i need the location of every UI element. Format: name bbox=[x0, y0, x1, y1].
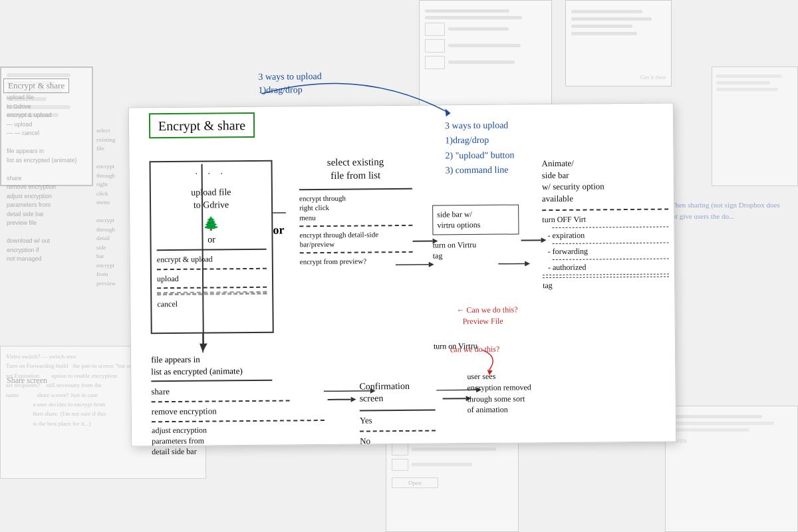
confirmation-section: Confirmationscreen Yes No bbox=[354, 375, 441, 455]
bg-card-topright: Get it then bbox=[565, 0, 672, 86]
upload-option: upload bbox=[157, 272, 267, 284]
right-click-option: encrypt throughright clickmenu bbox=[299, 193, 412, 222]
cancel-option: cancel bbox=[157, 298, 267, 310]
main-or-divider: or bbox=[273, 223, 284, 237]
expiration-option: - expiration bbox=[547, 229, 668, 241]
red-note-preview: ← Can we do this? Preview File bbox=[456, 304, 517, 327]
arrow-to-confirmation bbox=[328, 397, 356, 402]
yes-option: Yes bbox=[360, 414, 436, 427]
share-section: share remove encryption adjust encryptio… bbox=[151, 379, 325, 459]
sidebar-box: side bar w/virtru options bbox=[432, 204, 519, 235]
main-title-text: Encrypt & share bbox=[158, 118, 245, 133]
bg-encrypt-title-label: Encrypt & share bbox=[3, 78, 69, 93]
authorized-option: - authorized bbox=[548, 261, 669, 273]
tag-option: tag bbox=[543, 279, 669, 291]
main-card: Encrypt & share 3 ways to upload 1)drag/… bbox=[128, 102, 676, 446]
no-option: No bbox=[360, 434, 436, 447]
bg-left-mid-text: selectexistingfileencryptthroughrightcli… bbox=[96, 126, 133, 288]
animate-title: Animate/side barw/ security optionavaila… bbox=[541, 157, 668, 205]
down-arrow bbox=[200, 344, 207, 350]
turn-on-virtru-bottom: turn on Virtru bbox=[434, 341, 477, 352]
animate-section: Animate/side barw/ security optionavaila… bbox=[541, 157, 669, 294]
tree-decoration: 🌲 bbox=[156, 215, 266, 231]
encrypt-from-preview-option: encrypt from preview? bbox=[300, 256, 413, 267]
upload-inner-card: · · · upload fileto Gdrive 🌲 or encrypt … bbox=[149, 160, 273, 334]
forwarding-option: - forwarding bbox=[548, 245, 669, 257]
three-ways-right-annotation: 3 ways to upload 1)drag/drop 2) "upload"… bbox=[445, 118, 515, 178]
remove-encryption-label: remove encryption bbox=[152, 404, 325, 418]
main-card-content: Encrypt & share 3 ways to upload 1)drag/… bbox=[129, 103, 676, 446]
select-existing-title: select existingfile from list bbox=[299, 156, 412, 182]
or-text: or bbox=[156, 234, 266, 245]
share-label: share bbox=[151, 384, 324, 398]
bg-right-notes: When sharing (not sign Dropbox does not … bbox=[668, 200, 788, 221]
upload-file-title: upload fileto Gdrive bbox=[156, 185, 266, 212]
adjust-encryption-label: adjust encryptionparameters fromdetail s… bbox=[152, 424, 325, 457]
turn-off-option: turn OFF Virt bbox=[542, 213, 668, 225]
user-sees-section: user seesencryption removedthrough some … bbox=[467, 370, 587, 416]
bg-card-bottomright: Virtru bbox=[665, 406, 798, 532]
bg-card-farright bbox=[712, 66, 798, 186]
bg-share-screen: Share screen bbox=[7, 376, 47, 386]
sidebar-title: side bar w/virtru options bbox=[437, 209, 514, 231]
inner-card-dots: · · · bbox=[156, 167, 266, 181]
turn-on-virtru: turn on Virtrutag bbox=[433, 240, 519, 261]
three-ways-top-annotation: 3 ways to upload 1)drag/drop bbox=[258, 70, 322, 96]
main-title-box: Encrypt & share bbox=[149, 112, 255, 138]
select-existing-section: select existingfile from list encrypt th… bbox=[299, 156, 412, 270]
confirmation-title: Confirmationscreen bbox=[359, 380, 435, 405]
bg-text-topleft: upload fileto Gdriveencrypt & upload— up… bbox=[7, 93, 93, 264]
bg-card-topcenter bbox=[419, 0, 552, 106]
user-sees-text: user seesencryption removedthrough some … bbox=[467, 370, 587, 416]
file-appears-text: file appears inlist as encrypted (animat… bbox=[151, 353, 243, 378]
sidebar-section: side bar w/virtru options turn on Virtru… bbox=[432, 204, 519, 261]
encrypt-upload-option: encrypt & upload bbox=[157, 253, 267, 265]
detail-sidebar-option: encrypt through detail-sidebar/preview bbox=[299, 229, 412, 249]
